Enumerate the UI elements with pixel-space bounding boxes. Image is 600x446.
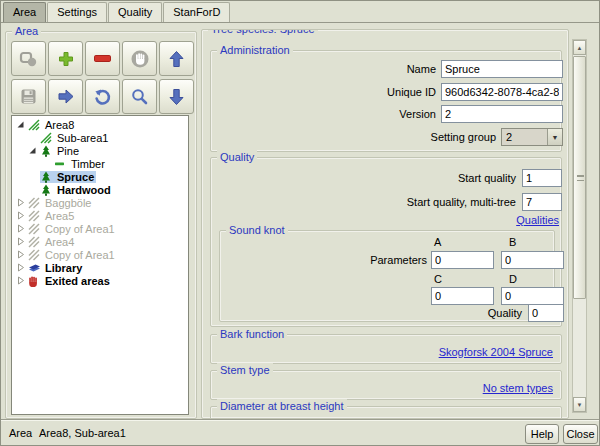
tree-icon	[40, 145, 55, 157]
expander-collapsed-icon[interactable]	[16, 250, 28, 259]
stem-type-groupbox: Stem type No stem types	[210, 370, 562, 400]
magnifier-icon	[131, 88, 148, 105]
clone-area-button[interactable]	[11, 41, 46, 76]
expander-expanded-icon[interactable]	[28, 146, 40, 155]
start-quality-field[interactable]	[522, 169, 562, 187]
param-c-field[interactable]	[431, 287, 494, 305]
version-field[interactable]	[441, 105, 563, 123]
go-next-button[interactable]	[48, 79, 83, 114]
expander-collapsed-icon[interactable]	[16, 224, 28, 233]
add-icon	[57, 50, 75, 68]
tree-item-timber[interactable]: Timber	[12, 157, 188, 170]
unique-id-field[interactable]	[441, 83, 563, 101]
tree-item-label: Timber	[69, 158, 107, 170]
area-tree: Area8 Sub-area1 Pine Timber Spruce Hardw…	[11, 115, 189, 415]
save-button[interactable]	[11, 79, 46, 114]
tree-item-sub-area1[interactable]: Sub-area1	[12, 131, 188, 144]
tab-stanford[interactable]: StanForD	[163, 2, 230, 22]
parameters-label: Parameters	[320, 254, 427, 266]
remove-button[interactable]	[85, 41, 120, 76]
expander-expanded-icon[interactable]	[16, 120, 28, 129]
arrow-down-icon	[168, 88, 185, 106]
sound-knot-quality-field[interactable]	[528, 304, 564, 322]
hand-icon	[130, 49, 150, 69]
tab-quality[interactable]: Quality	[108, 2, 162, 22]
tree-item-pine[interactable]: Pine	[12, 144, 188, 157]
quality-groupbox: Quality Start quality Start quality, mul…	[210, 157, 562, 327]
area-gray-icon	[28, 223, 43, 235]
stem-type-link[interactable]: No stem types	[483, 382, 553, 394]
tree-item-copy-of-area1-2[interactable]: Copy of Area1	[12, 248, 188, 261]
tree-item-label: Copy of Area1	[43, 223, 117, 235]
administration-caption: Administration	[217, 43, 293, 57]
scroll-down-icon: ▼	[577, 402, 583, 408]
tree-item-hardwood[interactable]: Hardwood	[12, 183, 188, 196]
setting-group-value: 2	[502, 131, 547, 143]
tree-item-baggbole[interactable]: Baggböle	[12, 196, 188, 209]
area-gray-icon	[28, 249, 43, 261]
area-gray-icon	[28, 210, 43, 222]
tree-item-label: Baggböle	[43, 197, 94, 209]
tree-item-area8[interactable]: Area8	[12, 118, 188, 131]
tree-item-area5[interactable]: Area5	[12, 209, 188, 222]
administration-groupbox: Administration Name Unique ID Version Se…	[210, 50, 562, 152]
tree-item-label: Area4	[43, 236, 76, 248]
expander-collapsed-icon[interactable]	[16, 211, 28, 220]
area-groupbox-caption: Area	[12, 24, 41, 38]
tree-item-label: Sub-area1	[55, 132, 110, 144]
tree-item-label: Library	[43, 262, 84, 274]
param-a-field[interactable]	[431, 251, 494, 269]
tree-item-library[interactable]: Library	[12, 261, 188, 274]
sound-knot-groupbox: Sound knot A B Parameters C D Quality	[219, 230, 555, 322]
bark-function-groupbox: Bark function Skogforsk 2004 Spruce	[210, 334, 562, 364]
status-selection-label: Area8, Sub-area1	[39, 427, 126, 439]
pan-button[interactable]	[122, 41, 157, 76]
tree-item-exited-areas[interactable]: Exited areas	[12, 274, 188, 287]
zoom-button[interactable]	[122, 79, 157, 114]
tree-item-spruce[interactable]: Spruce	[12, 170, 188, 183]
clone-area-icon	[19, 51, 38, 67]
scroll-up-button[interactable]: ▲	[573, 40, 586, 55]
help-button[interactable]: Help	[525, 424, 559, 444]
close-button[interactable]: Close	[563, 424, 598, 444]
bark-function-link[interactable]: Skogforsk 2004 Spruce	[439, 346, 553, 358]
tree-item-label: Exited areas	[43, 275, 112, 287]
tree-item-label: Pine	[55, 145, 81, 157]
start-quality-multi-label: Start quality, multi-tree	[371, 196, 516, 208]
window: Area Settings Quality StanForD Area	[0, 0, 600, 446]
stem-type-caption: Stem type	[217, 363, 273, 377]
start-quality-multi-field[interactable]	[522, 193, 562, 211]
area-green-icon	[40, 132, 55, 144]
area-green-icon	[28, 119, 43, 131]
diameter-caption: Diameter at breast height	[217, 399, 347, 413]
scroll-down-button[interactable]: ▼	[573, 397, 586, 412]
chevron-down-icon[interactable]: ▼	[547, 129, 562, 145]
tab-settings[interactable]: Settings	[47, 2, 107, 22]
expander-collapsed-icon[interactable]	[16, 263, 28, 272]
tree-item-label: Copy of Area1	[43, 249, 117, 261]
timber-icon	[54, 158, 69, 170]
tree-item-label: Spruce	[55, 171, 96, 183]
setting-group-select[interactable]: 2 ▼	[501, 128, 563, 146]
tab-area[interactable]: Area	[3, 2, 46, 22]
param-d-field[interactable]	[501, 287, 564, 305]
tree-item-copy-of-area1[interactable]: Copy of Area1	[12, 222, 188, 235]
vertical-scrollbar[interactable]: ▲ ▼	[572, 39, 587, 413]
move-up-button[interactable]	[159, 41, 194, 76]
name-field[interactable]	[441, 60, 563, 78]
expander-collapsed-icon[interactable]	[16, 276, 28, 285]
param-b-field[interactable]	[501, 251, 564, 269]
exited-hand-icon	[28, 275, 43, 287]
column-c-header: C	[434, 273, 442, 285]
qualities-link[interactable]: Qualities	[516, 214, 559, 226]
status-mode-label: Area	[9, 427, 32, 439]
add-button[interactable]	[48, 41, 83, 76]
column-b-header: B	[509, 236, 516, 248]
undo-button[interactable]	[85, 79, 120, 114]
scrollbar-thumb[interactable]	[573, 56, 586, 299]
move-down-button[interactable]	[159, 79, 194, 114]
expander-collapsed-icon[interactable]	[16, 198, 28, 207]
expander-collapsed-icon[interactable]	[16, 237, 28, 246]
tree-item-area4[interactable]: Area4	[12, 235, 188, 248]
start-quality-label: Start quality	[371, 172, 516, 184]
